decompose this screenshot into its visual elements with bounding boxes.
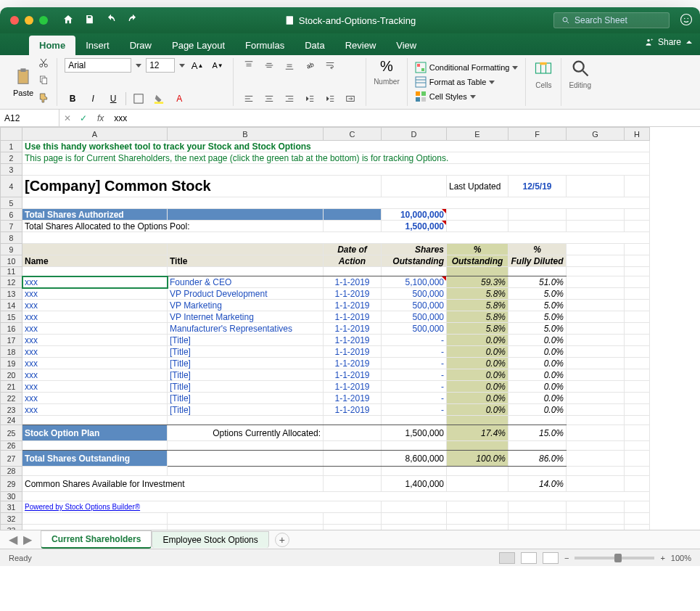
cell[interactable] [625,209,650,221]
shares-cell[interactable]: 500,000 [382,323,447,335]
row-header[interactable]: 29 [1,476,22,492]
row-header[interactable]: 3 [1,164,22,176]
save-icon[interactable] [84,14,95,27]
name-cell[interactable]: xxx [22,323,168,335]
shares-cell[interactable]: 500,000 [382,311,447,323]
title-cell[interactable]: [Title] [168,381,324,393]
last-updated-date[interactable]: 12/5/19 [508,176,567,197]
pfd-cell[interactable]: 51.0% [508,276,567,288]
shares-cell[interactable]: 5,100,000 [382,276,447,288]
cell[interactable] [168,513,324,525]
row-header[interactable]: 14 [1,300,22,311]
pout-cell[interactable]: 5.8% [447,323,508,335]
cell[interactable] [625,416,650,425]
name-cell[interactable]: xxx [22,369,168,381]
shares-cell[interactable]: - [382,404,447,416]
row-header[interactable]: 21 [1,381,22,393]
home-icon[interactable] [62,14,74,28]
cell[interactable] [324,209,382,221]
row-header[interactable]: 17 [1,335,22,346]
normal-view-button[interactable] [499,552,515,564]
increase-indent-button[interactable] [322,91,338,106]
row-header[interactable]: 15 [1,311,22,323]
cell[interactable] [447,501,508,513]
cell[interactable] [382,441,447,451]
cell[interactable] [567,513,625,525]
paste-button[interactable]: Paste [13,67,33,97]
column-header-A[interactable]: A [22,128,168,141]
minimize-button[interactable] [25,16,33,25]
tab-review[interactable]: Review [335,36,387,55]
row-header[interactable]: 8 [1,232,22,244]
cell[interactable] [567,276,625,288]
col-header-title[interactable]: Title [168,255,324,267]
cell[interactable] [625,441,650,451]
name-cell[interactable]: xxx [22,335,168,346]
cell[interactable] [382,416,447,425]
cell[interactable] [567,476,625,492]
account-icon[interactable] [680,13,693,28]
name-cell[interactable]: xxx [22,300,168,311]
cell[interactable] [567,323,625,335]
name-cell[interactable]: xxx [22,288,168,300]
row-header[interactable]: 31 [1,501,22,513]
date-cell[interactable]: 1-1-2019 [324,404,382,416]
share-button[interactable]: + Share [643,37,693,47]
increase-font-button[interactable]: A▲ [189,58,205,73]
cell[interactable] [22,197,650,209]
borders-button[interactable] [131,91,147,106]
italic-button[interactable]: I [85,91,101,106]
pfd-cell[interactable]: 0.0% [508,335,567,346]
add-sheet-button[interactable]: + [275,533,289,547]
align-left-button[interactable] [241,91,257,106]
cell[interactable] [508,267,567,276]
cancel-icon[interactable]: ✕ [59,113,75,123]
worksheet-grid[interactable]: ABCDEFGH 1Use this handy worksheet tool … [0,127,700,530]
options-allocated-pfd[interactable]: 15.0% [508,425,567,441]
pout-cell[interactable]: 5.8% [447,300,508,311]
date-cell[interactable]: 1-1-2019 [324,323,382,335]
cell[interactable] [22,416,168,425]
date-cell[interactable]: 1-1-2019 [324,335,382,346]
format-as-table-button[interactable]: Format as Table [415,76,519,88]
cell[interactable] [567,358,625,369]
row-header[interactable]: 23 [1,404,22,416]
row-header[interactable]: 5 [1,197,22,209]
cell[interactable] [508,441,567,451]
cell[interactable] [567,525,625,530]
font-color-button[interactable]: A [171,91,187,106]
row-header[interactable]: 22 [1,393,22,404]
shares-cell[interactable]: - [382,346,447,358]
cell[interactable] [567,346,625,358]
cell[interactable] [625,346,650,358]
tab-home[interactable]: Home [29,36,75,55]
powered-by-link[interactable]: Powered by Stock Options Builder® [22,501,382,513]
zoom-slider[interactable] [575,557,654,559]
shares-cell[interactable]: 500,000 [382,288,447,300]
cell[interactable] [447,476,508,492]
font-size-select[interactable] [146,58,175,73]
shares-cell[interactable]: - [382,381,447,393]
row-header[interactable]: 7 [1,221,22,232]
align-top-button[interactable] [241,58,257,73]
cell[interactable] [625,300,650,311]
row-header[interactable]: 20 [1,369,22,381]
name-cell[interactable]: xxx [22,393,168,404]
col-header-pfd[interactable]: Fully Diluted [508,255,567,267]
name-cell[interactable]: xxx [22,381,168,393]
pfd-cell[interactable]: 0.0% [508,381,567,393]
shares-available-value[interactable]: 1,400,000 [382,476,447,492]
row-header[interactable]: 6 [1,209,22,221]
row-header[interactable]: 26 [1,441,22,451]
row-header[interactable]: 12 [1,276,22,288]
title-cell[interactable]: VP Marketing [168,300,324,311]
pfd-cell[interactable]: 5.0% [508,300,567,311]
cell[interactable] [625,393,650,404]
cell[interactable] [168,451,324,467]
title-cell[interactable]: [Title] [168,393,324,404]
row-header[interactable]: 1 [1,141,22,152]
cell[interactable] [447,221,508,232]
pfd-cell[interactable]: 5.0% [508,288,567,300]
cell[interactable] [324,451,382,467]
cell[interactable] [22,513,168,525]
